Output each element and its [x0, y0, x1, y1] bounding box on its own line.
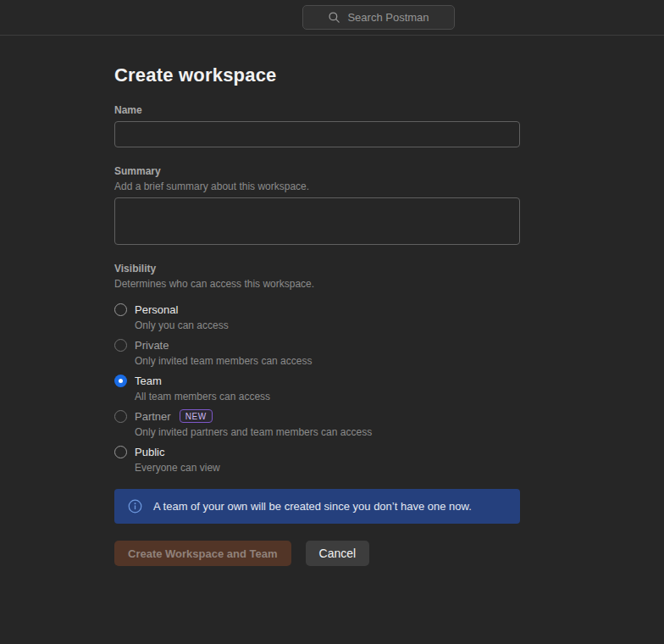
visibility-option-personal[interactable]: Personal Only you can access — [114, 303, 520, 331]
radio-team[interactable] — [114, 375, 127, 387]
radio-personal[interactable] — [114, 303, 127, 316]
option-label: Public — [135, 446, 164, 458]
global-search[interactable]: Search Postman — [302, 5, 455, 30]
option-label: Partner — [135, 410, 171, 423]
radio-public[interactable] — [114, 446, 127, 458]
name-input[interactable] — [114, 121, 520, 147]
option-description: Only invited partners and team members c… — [135, 426, 520, 438]
summary-textarea[interactable] — [114, 197, 520, 245]
radio-private[interactable] — [114, 339, 127, 352]
visibility-option-team[interactable]: Team All team members can access — [114, 374, 520, 402]
form-actions: Create Workspace and Team Cancel — [114, 541, 520, 566]
banner-text: A team of your own will be created since… — [153, 500, 472, 513]
radio-partner[interactable] — [114, 410, 127, 423]
name-label: Name — [114, 104, 520, 116]
summary-helper: Add a brief summary about this workspace… — [114, 180, 520, 192]
info-icon — [128, 499, 142, 514]
visibility-option-partner[interactable]: Partner NEW Only invited partners and te… — [114, 409, 520, 438]
page-title: Create workspace — [114, 64, 520, 86]
new-badge: NEW — [180, 409, 213, 423]
visibility-option-private[interactable]: Private Only invited team members can ac… — [114, 338, 520, 367]
summary-label: Summary — [114, 165, 520, 177]
visibility-helper: Determines who can access this workspace… — [114, 278, 520, 290]
create-workspace-form: Create workspace Name Summary Add a brie… — [114, 64, 520, 566]
visibility-options: Personal Only you can access Private Onl… — [114, 303, 520, 474]
top-bar: Search Postman — [0, 0, 664, 36]
option-label: Personal — [135, 303, 178, 316]
option-label: Team — [135, 375, 162, 387]
option-description: Everyone can view — [135, 462, 520, 474]
option-label: Private — [135, 339, 169, 352]
cancel-button[interactable]: Cancel — [306, 541, 370, 566]
create-workspace-button[interactable]: Create Workspace and Team — [114, 541, 291, 566]
visibility-option-public[interactable]: Public Everyone can view — [114, 445, 520, 474]
option-description: All team members can access — [135, 391, 520, 402]
visibility-label: Visibility — [114, 263, 520, 275]
option-description: Only invited team members can access — [135, 355, 520, 367]
info-banner: A team of your own will be created since… — [114, 489, 520, 524]
option-description: Only you can access — [135, 319, 520, 331]
search-placeholder: Search Postman — [347, 11, 429, 24]
search-icon — [328, 11, 340, 24]
